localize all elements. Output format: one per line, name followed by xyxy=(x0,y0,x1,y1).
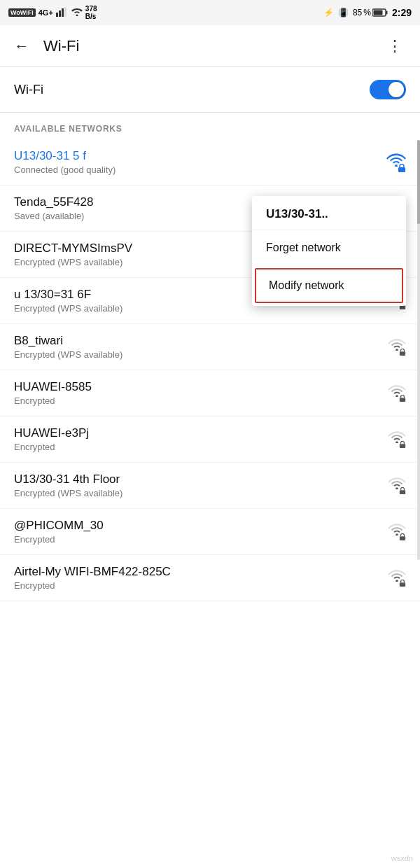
wifi-lock-icon-7 xyxy=(388,477,406,494)
battery-percent: 85 xyxy=(353,8,362,18)
svg-rect-7 xyxy=(373,10,382,15)
watermark: wsxdn xyxy=(391,854,413,862)
network-name-0: U13/30-31 5 f xyxy=(14,149,386,163)
back-button[interactable]: ← xyxy=(11,34,32,58)
network-name-5: HUAWEI-8585 xyxy=(14,380,388,394)
svg-rect-19 xyxy=(400,490,405,494)
network-status-5: Encrypted xyxy=(14,396,388,406)
scrollbar-thumb[interactable] xyxy=(417,140,420,224)
wifi-toggle-row[interactable]: Wi-Fi xyxy=(0,67,420,113)
network-info-9: Airtel-My WIFI-BMF422-825C Encrypted xyxy=(14,565,388,591)
signal-strength: 4G+ xyxy=(38,8,53,17)
network-info-0: U13/30-31 5 f Connected (good quality) xyxy=(14,149,386,175)
vibrate-icon: 📳 xyxy=(338,8,349,18)
network-status-9: Encrypted xyxy=(14,580,388,591)
network-status-8: Encrypted xyxy=(14,534,388,545)
network-item-9[interactable]: Airtel-My WIFI-BMF422-825C Encrypted xyxy=(0,555,420,601)
data-speed: 378B/s xyxy=(85,5,97,20)
svg-point-16 xyxy=(396,441,398,443)
network-item-7[interactable]: U13/30-31 4th Floor Encrypted (WPS avail… xyxy=(0,463,420,509)
status-left: WoWiFi 4G+ 378B/s xyxy=(8,5,97,20)
network-name-7: U13/30-31 4th Floor xyxy=(14,472,388,486)
svg-rect-15 xyxy=(400,398,405,402)
svg-rect-2 xyxy=(62,8,64,17)
svg-point-14 xyxy=(396,395,398,397)
page-title: Wi-Fi xyxy=(43,37,382,55)
wifi-toggle-label: Wi-Fi xyxy=(14,83,43,97)
wifi-lock-icon-5 xyxy=(388,384,406,402)
svg-rect-17 xyxy=(400,444,405,448)
network-name-4: B8_tiwari xyxy=(14,334,388,348)
network-item-connected[interactable]: U13/30-31 5 f Connected (good quality) xyxy=(0,139,420,186)
scrollbar-track xyxy=(417,140,420,560)
svg-rect-21 xyxy=(400,536,405,540)
svg-rect-3 xyxy=(64,7,66,17)
app-bar: ← Wi-Fi ⋮ xyxy=(0,25,420,67)
svg-point-18 xyxy=(396,487,398,489)
network-item-5[interactable]: HUAWEI-8585 Encrypted xyxy=(0,370,420,416)
wifi-status-icon xyxy=(71,8,83,18)
network-info-5: HUAWEI-8585 Encrypted xyxy=(14,380,388,406)
svg-rect-6 xyxy=(386,11,387,15)
svg-rect-11 xyxy=(400,305,405,309)
network-name-8: @PHICOMM_30 xyxy=(14,519,388,533)
network-info-4: B8_tiwari Encrypted (WPS available) xyxy=(14,334,388,360)
status-time: 2:29 xyxy=(392,7,412,18)
network-item-4[interactable]: B8_tiwari Encrypted (WPS available) xyxy=(0,324,420,370)
svg-rect-0 xyxy=(56,13,58,17)
status-right: ⚡ 📳 85% 2:29 xyxy=(323,7,412,18)
svg-rect-1 xyxy=(59,10,61,17)
context-menu-forget-network[interactable]: Forget network xyxy=(252,230,406,265)
available-networks-header: AVAILABLE NETWORKS xyxy=(0,113,420,139)
wifi-icon-0 xyxy=(386,153,406,172)
svg-point-4 xyxy=(76,15,78,17)
network-status-0: Connected (good quality) xyxy=(14,164,386,175)
battery-indicator: 85% xyxy=(353,8,388,18)
network-item-6[interactable]: HUAWEI-e3Pj Encrypted xyxy=(0,416,420,463)
more-options-button[interactable]: ⋮ xyxy=(382,34,409,58)
svg-point-22 xyxy=(396,580,398,582)
svg-rect-9 xyxy=(398,167,405,172)
network-name-6: HUAWEI-e3Pj xyxy=(14,426,388,440)
svg-point-12 xyxy=(396,349,398,351)
context-menu: U13/30-31.. Forget network Modify networ… xyxy=(252,196,406,306)
context-menu-title: U13/30-31.. xyxy=(252,196,406,230)
svg-point-20 xyxy=(396,533,398,536)
network-status-4: Encrypted (WPS available) xyxy=(14,349,388,360)
network-status-6: Encrypted xyxy=(14,442,388,452)
wifi-lock-icon-9 xyxy=(388,569,406,587)
wifi-lock-icon-6 xyxy=(388,430,406,448)
network-info-6: HUAWEI-e3Pj Encrypted xyxy=(14,426,388,452)
network-info-7: U13/30-31 4th Floor Encrypted (WPS avail… xyxy=(14,472,388,498)
wifi-lock-icon-4 xyxy=(388,338,406,356)
wifi-toggle-switch[interactable] xyxy=(370,80,406,99)
network-status-7: Encrypted (WPS available) xyxy=(14,488,388,498)
context-menu-modify-network[interactable]: Modify network xyxy=(255,268,403,303)
network-item-8[interactable]: @PHICOMM_30 Encrypted xyxy=(0,509,420,555)
network-info-8: @PHICOMM_30 Encrypted xyxy=(14,519,388,545)
network-name-9: Airtel-My WIFI-BMF422-825C xyxy=(14,565,388,579)
bars-icon xyxy=(56,7,69,18)
svg-rect-13 xyxy=(400,351,405,356)
vowifi-icon: WoWiFi xyxy=(8,8,36,17)
status-bar: WoWiFi 4G+ 378B/s ⚡ 📳 85% xyxy=(0,0,420,25)
bluetooth-icon: ⚡ xyxy=(323,8,334,18)
svg-rect-23 xyxy=(400,582,405,587)
wifi-lock-icon-8 xyxy=(388,523,406,540)
